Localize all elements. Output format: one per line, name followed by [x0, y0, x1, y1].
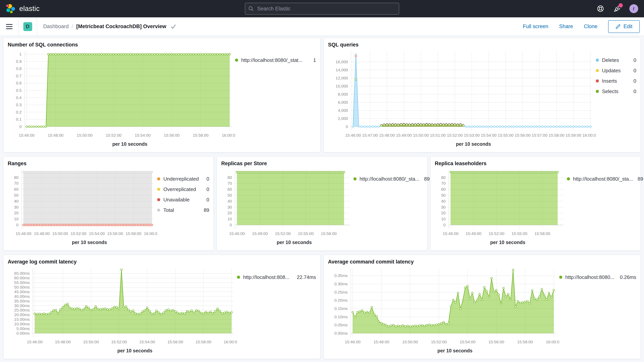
svg-text:14,000: 14,000 — [336, 68, 348, 72]
svg-text:15:52:00: 15:52:00 — [431, 340, 447, 344]
help-button[interactable] — [596, 4, 605, 13]
clone-button[interactable]: Clone — [584, 24, 598, 30]
svg-text:15:53:00: 15:53:00 — [464, 133, 480, 138]
svg-text:0: 0 — [443, 223, 446, 227]
legend-item[interactable]: http://localhost:8080/_sta...89 — [354, 176, 423, 182]
svg-text:0.15ms: 0.15ms — [334, 306, 348, 311]
svg-text:10: 10 — [441, 217, 446, 221]
dashboard-row: Number of SQL connections00.10.20.30.40.… — [3, 38, 641, 152]
chart-legend: Underreplicated0Overreplicated0Unavailab… — [157, 167, 209, 249]
legend-item[interactable]: Underreplicated0 — [157, 176, 209, 182]
legend-item[interactable]: Unavailable0 — [157, 196, 209, 203]
svg-text:60: 60 — [441, 187, 446, 192]
svg-text:15:58:00: 15:58:00 — [517, 340, 533, 344]
svg-text:15:58:00: 15:58:00 — [321, 231, 337, 236]
legend-label: http://localhost:8080... — [565, 274, 614, 280]
panel-title: Number of SQL connections — [8, 42, 316, 48]
svg-text:55.00ms: 55.00ms — [14, 280, 30, 285]
newsfeed-button[interactable] — [613, 4, 621, 13]
chart-ranges[interactable]: 0102030405060708015:46:0015:48:0015:50:0… — [8, 167, 157, 238]
notification-dot — [618, 3, 623, 8]
share-button[interactable]: Share — [559, 24, 573, 30]
checkmark-icon — [170, 24, 176, 30]
svg-text:15:56:00: 15:56:00 — [514, 133, 530, 138]
dashboard-row: Average log commit latency0.00ms5.00ms10… — [3, 255, 641, 359]
svg-text:0.25ms: 0.25ms — [334, 290, 348, 294]
svg-text:2,000: 2,000 — [338, 116, 348, 121]
svg-text:15:56:00: 15:56:00 — [167, 340, 183, 344]
legend-item[interactable]: Overreplicated0 — [157, 186, 209, 193]
svg-text:15:47:00: 15:47:00 — [362, 133, 378, 138]
legend-item[interactable]: http://localhost:8080/_sta...89 — [567, 176, 636, 182]
panel-sql_queries: SQL queries02,0004,0006,0008,00010,00012… — [324, 38, 641, 152]
legend-item[interactable]: Deletes0 — [596, 57, 636, 64]
legend-label: http://localhost:808... — [243, 274, 290, 280]
chart-replicas_per_store[interactable]: 0102030405060708015:46:0015:49:0015:52:0… — [221, 167, 353, 238]
svg-text:70: 70 — [14, 181, 18, 186]
full-screen-button[interactable]: Full screen — [523, 24, 548, 30]
svg-text:70: 70 — [228, 181, 232, 186]
global-search[interactable] — [245, 3, 399, 15]
svg-text:0.3: 0.3 — [16, 102, 22, 107]
legend-item[interactable]: http://localhost:8080...0.26ms — [559, 274, 636, 281]
svg-text:16:00:00: 16:00:00 — [224, 340, 237, 344]
legend-label: Overreplicated — [163, 186, 196, 192]
svg-text:10.00ms: 10.00ms — [14, 322, 30, 326]
svg-text:45.00ms: 45.00ms — [14, 290, 30, 294]
breadcrumb-dashboard[interactable]: Dashboard — [43, 24, 69, 30]
chart-replica_leaseholders[interactable]: 0102030405060708015:46:0015:49:0015:52:0… — [435, 167, 567, 238]
svg-text:20: 20 — [441, 211, 446, 215]
svg-text:15:46:00: 15:46:00 — [27, 340, 42, 344]
chart-log_commit_latency[interactable]: 0.00ms5.00ms10.00ms15.00ms20.00ms25.00ms… — [8, 265, 237, 347]
menu-button[interactable] — [0, 17, 18, 36]
chart-legend: http://localhost:8080/_sta...89 — [354, 167, 423, 249]
panel-title: Replicas per Store — [221, 160, 423, 166]
chart-command_commit_latency[interactable]: 0.00ms0.05ms0.10ms0.15ms0.20ms0.25ms0.30… — [328, 265, 559, 347]
svg-text:60: 60 — [228, 187, 232, 192]
svg-text:15:54:00: 15:54:00 — [135, 133, 150, 138]
svg-text:15:48:00: 15:48:00 — [48, 133, 64, 138]
svg-text:15:52:00: 15:52:00 — [111, 340, 127, 344]
chart-legend: http://localhost:808...22.74ms — [237, 265, 316, 357]
legend-value: 0 — [629, 78, 636, 84]
legend-item[interactable]: Updates0 — [596, 67, 636, 74]
svg-text:50: 50 — [14, 193, 18, 198]
search-input[interactable] — [245, 3, 399, 15]
legend-item[interactable]: Selects0 — [596, 88, 636, 95]
svg-text:0: 0 — [19, 124, 22, 129]
dashboard-badge-letter: D — [23, 22, 32, 31]
legend-dot-icon — [237, 276, 240, 279]
legend-dot-icon — [235, 58, 238, 62]
chart-sql_connections[interactable]: 00.10.20.30.40.50.60.70.80.9115:46:0015:… — [8, 48, 235, 140]
svg-text:0.05ms: 0.05ms — [334, 323, 348, 327]
panel-replica_leaseholders: Replica leaseholders0102030405060708015:… — [430, 156, 641, 250]
svg-text:15:49:00: 15:49:00 — [466, 231, 482, 236]
svg-text:0.7: 0.7 — [16, 74, 22, 78]
svg-text:15:58:00: 15:58:00 — [534, 231, 550, 236]
legend-item[interactable]: http://localhost:8080/_stat...1 — [235, 57, 316, 64]
elastic-brand[interactable]: elastic — [6, 4, 40, 14]
svg-text:15:56:00: 15:56:00 — [107, 231, 123, 236]
svg-text:15:54:00: 15:54:00 — [481, 133, 497, 138]
svg-text:15:46:00: 15:46:00 — [19, 133, 34, 138]
toolbar: D Dashboard / [Metricbeat CockroachDB] O… — [0, 17, 644, 36]
svg-text:15:48:00: 15:48:00 — [374, 340, 389, 344]
legend-dot-icon — [157, 208, 160, 212]
edit-button[interactable]: Edit — [608, 20, 640, 33]
user-avatar[interactable]: r — [629, 4, 638, 13]
chart-legend: http://localhost:8080/_sta...89 — [567, 167, 636, 249]
svg-text:15:46:00: 15:46:00 — [345, 133, 361, 138]
svg-text:1: 1 — [19, 52, 22, 56]
chart-sql_queries[interactable]: 02,0004,0006,0008,00010,00012,00014,0001… — [328, 48, 596, 140]
svg-text:10: 10 — [228, 217, 232, 221]
legend-item[interactable]: http://localhost:808...22.74ms — [237, 274, 316, 281]
svg-text:10: 10 — [14, 217, 18, 221]
panel-title: Ranges — [8, 160, 209, 166]
svg-text:0: 0 — [16, 223, 18, 227]
legend-item[interactable]: Inserts0 — [596, 78, 636, 84]
legend-label: Updates — [602, 68, 621, 74]
dashboard-app-badge[interactable]: D — [18, 17, 37, 36]
page-title[interactable]: [Metricbeat CockroachDB] Overview — [76, 24, 166, 30]
legend-item[interactable]: Total89 — [157, 207, 209, 214]
legend-label: Selects — [602, 88, 618, 94]
